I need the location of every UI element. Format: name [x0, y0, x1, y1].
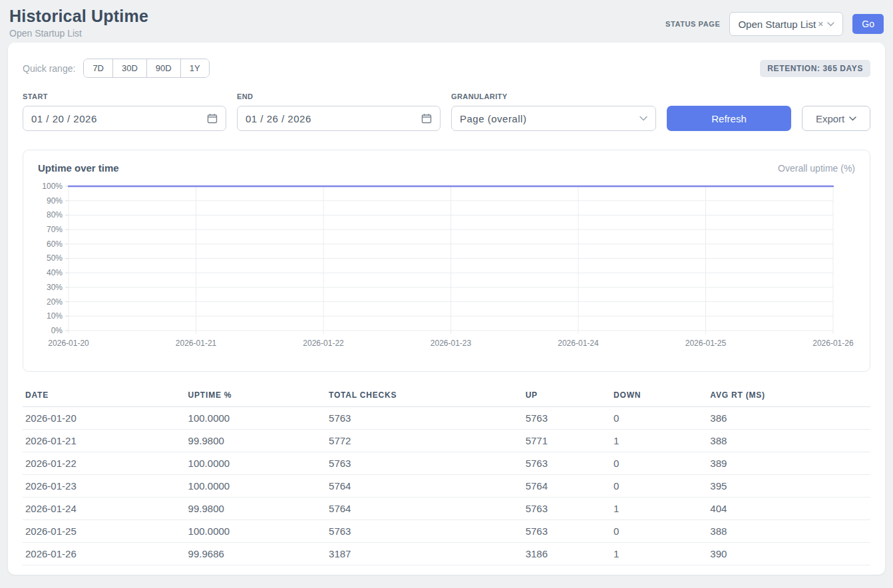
svg-text:2026-01-23: 2026-01-23: [431, 339, 472, 348]
table-cell: 388: [707, 520, 870, 543]
start-date-input[interactable]: 01 / 20 / 2026: [23, 106, 226, 131]
table-cell: 0: [611, 475, 707, 498]
table-cell: 5771: [523, 430, 611, 452]
table-cell: 404: [707, 498, 870, 520]
table-row: 2026-01-2199.9800577257711388: [23, 430, 870, 452]
table-cell: 1: [611, 430, 707, 452]
table-cell: 2026-01-24: [23, 498, 186, 520]
table-row: 2026-01-2699.9686318731861390: [23, 543, 870, 565]
page-title: Historical Uptime: [9, 7, 148, 26]
table-cell: 390: [707, 543, 870, 565]
svg-text:2026-01-20: 2026-01-20: [48, 339, 89, 348]
table-cell: 0: [611, 407, 707, 430]
table-cell: 5764: [326, 498, 523, 520]
table-cell: 3187: [326, 543, 523, 565]
uptime-chart-card: Uptime over time Overall uptime (%) 0%10…: [23, 150, 870, 372]
column-header: DATE: [23, 386, 186, 407]
svg-text:60%: 60%: [47, 239, 63, 249]
header-controls: STATUS PAGE Open Startup List × Go: [665, 12, 884, 36]
start-date-value: 01 / 20 / 2026: [31, 113, 97, 124]
svg-text:30%: 30%: [47, 283, 63, 292]
quick-range-30d[interactable]: 30D: [112, 59, 146, 77]
table-row: 2026-01-22100.0000576357630389: [23, 452, 870, 475]
table-cell: 2026-01-23: [23, 475, 186, 498]
svg-text:10%: 10%: [47, 311, 63, 321]
quick-range-7d[interactable]: 7D: [84, 59, 112, 77]
quick-range-1y[interactable]: 1Y: [180, 59, 209, 77]
svg-text:70%: 70%: [47, 225, 63, 234]
clear-selection-icon[interactable]: ×: [818, 19, 823, 29]
table-cell: 5763: [523, 520, 611, 543]
main-panel: Quick range: 7D30D90D1Y RETENTION: 365 D…: [8, 43, 885, 575]
status-page-select[interactable]: Open Startup List ×: [729, 12, 843, 36]
end-date-input[interactable]: 01 / 26 / 2026: [237, 106, 441, 131]
chart-legend: Overall uptime (%): [778, 163, 855, 174]
granularity-field: GRANULARITY Page (overall): [451, 92, 656, 131]
column-header: UPTIME %: [186, 386, 326, 407]
export-button-label: Export: [816, 113, 844, 124]
table-cell: 386: [707, 407, 870, 430]
quick-range-row: Quick range: 7D30D90D1Y RETENTION: 365 D…: [23, 59, 870, 78]
calendar-icon[interactable]: [421, 113, 432, 124]
calendar-icon[interactable]: [207, 113, 218, 124]
svg-text:2026-01-25: 2026-01-25: [685, 339, 727, 348]
granularity-value: Page (overall): [460, 113, 526, 124]
table-cell: 1: [611, 498, 707, 520]
end-label: END: [237, 92, 441, 100]
table-cell: 5763: [326, 407, 523, 430]
table-cell: 5763: [523, 498, 611, 520]
start-date-field: START 01 / 20 / 2026: [23, 92, 226, 131]
table-row: 2026-01-25100.0000576357630388: [23, 520, 870, 543]
table-cell: 5763: [523, 407, 611, 430]
chart-title: Uptime over time: [38, 162, 119, 174]
quick-range-90d[interactable]: 90D: [146, 59, 180, 77]
svg-text:100%: 100%: [42, 182, 63, 191]
page-header: Historical Uptime Open Startup List STAT…: [0, 0, 893, 43]
table-header-row: DATEUPTIME %TOTAL CHECKSUPDOWNAVG RT (MS…: [23, 386, 870, 407]
table-cell: 5763: [326, 452, 523, 475]
filter-form: START 01 / 20 / 2026 END 01 / 26 / 2026 …: [23, 92, 870, 131]
export-button[interactable]: Export: [802, 106, 870, 131]
page-heading: Historical Uptime Open Startup List: [9, 7, 148, 39]
table-cell: 100.0000: [186, 452, 326, 475]
svg-text:90%: 90%: [47, 196, 63, 206]
granularity-select[interactable]: Page (overall): [451, 106, 656, 131]
go-button[interactable]: Go: [852, 14, 884, 34]
start-label: START: [23, 92, 226, 100]
retention-badge: RETENTION: 365 DAYS: [760, 60, 870, 77]
uptime-table-body: 2026-01-20100.00005763576303862026-01-21…: [23, 407, 870, 565]
quick-range-group: 7D30D90D1Y: [83, 59, 209, 78]
end-date-field: END 01 / 26 / 2026: [237, 92, 441, 131]
table-cell: 395: [707, 475, 870, 498]
chevron-down-icon: [639, 116, 647, 121]
svg-text:2026-01-26: 2026-01-26: [812, 339, 854, 348]
svg-text:40%: 40%: [47, 268, 63, 277]
svg-text:50%: 50%: [47, 254, 63, 263]
table-cell: 1: [611, 543, 707, 565]
table-cell: 5764: [523, 475, 611, 498]
table-cell: 100.0000: [186, 520, 326, 543]
table-row: 2026-01-23100.0000576457640395: [23, 475, 870, 498]
svg-text:2026-01-21: 2026-01-21: [176, 339, 217, 348]
column-header: UP: [523, 386, 611, 407]
column-header: DOWN: [611, 386, 707, 407]
table-cell: 2026-01-21: [23, 430, 186, 452]
uptime-table: DATEUPTIME %TOTAL CHECKSUPDOWNAVG RT (MS…: [23, 386, 870, 565]
table-row: 2026-01-2499.9800576457631404: [23, 498, 870, 520]
table-cell: 99.9800: [186, 498, 326, 520]
status-page-value: Open Startup List: [738, 19, 816, 30]
table-cell: 2026-01-26: [23, 543, 186, 565]
table-cell: 389: [707, 452, 870, 475]
column-header: TOTAL CHECKS: [326, 386, 523, 407]
table-cell: 2026-01-20: [23, 407, 186, 430]
table-cell: 100.0000: [186, 475, 326, 498]
end-date-value: 01 / 26 / 2026: [246, 113, 311, 124]
uptime-line-chart: 0%10%20%30%40%50%60%70%80%90%100%2026-01…: [38, 182, 855, 352]
table-row: 2026-01-20100.0000576357630386: [23, 407, 870, 430]
table-cell: 99.9686: [186, 543, 326, 565]
refresh-button[interactable]: Refresh: [667, 106, 791, 131]
quick-range-label: Quick range:: [23, 63, 75, 74]
table-cell: 99.9800: [186, 430, 326, 452]
svg-text:0%: 0%: [51, 326, 63, 335]
table-cell: 3186: [523, 543, 611, 565]
